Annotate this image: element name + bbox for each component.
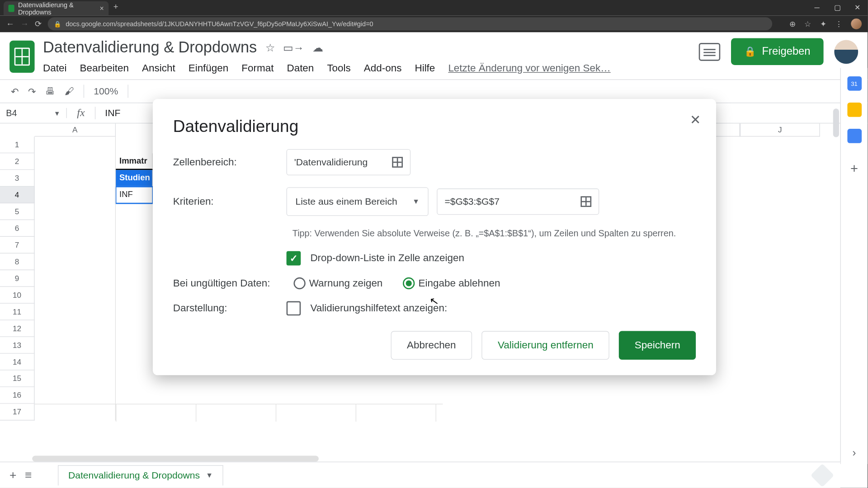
maximize-icon[interactable]: ▢: [827, 0, 848, 15]
row-header[interactable]: 15: [0, 371, 35, 387]
radio-reject-input[interactable]: [403, 277, 415, 289]
row-header[interactable]: 2: [0, 153, 35, 170]
data-validation-dialog: ✕ Datenvalidierung Zellenbereich: 'Daten…: [153, 99, 716, 375]
row-header[interactable]: 3: [0, 170, 35, 187]
move-icon[interactable]: ▭→: [283, 41, 304, 54]
comments-icon[interactable]: [699, 42, 721, 61]
remove-validation-button[interactable]: Validierung entfernen: [481, 331, 609, 360]
cell-b3[interactable]: Studien: [116, 170, 153, 187]
side-panel: + ›: [840, 68, 868, 464]
row-header[interactable]: 4: [0, 187, 35, 203]
name-box[interactable]: B4 ▼: [0, 108, 67, 118]
add-sheet-icon[interactable]: +: [9, 468, 16, 482]
column-a-cells[interactable]: [35, 136, 116, 420]
zoom-select[interactable]: 100%: [94, 86, 118, 97]
redo-icon[interactable]: ↷: [28, 85, 36, 97]
add-addon-icon[interactable]: +: [850, 161, 858, 176]
formula-input[interactable]: INF: [95, 108, 120, 118]
share-label: Freigeben: [762, 45, 811, 58]
all-sheets-icon[interactable]: ≡: [25, 468, 32, 482]
save-button[interactable]: Speichern: [619, 331, 696, 360]
row-header[interactable]: 11: [0, 304, 35, 320]
criteria-range-value: =$G$3:$G$7: [444, 196, 500, 207]
criteria-type-dropdown[interactable]: Liste aus einem Bereich ▼: [287, 187, 429, 216]
collapse-sidepanel-icon[interactable]: ›: [853, 447, 856, 460]
cell-b4[interactable]: INF: [116, 187, 153, 203]
sheet-tab-strip: + ≡ Datenvalidierung & Dropdowns ▼: [0, 462, 840, 488]
minimize-icon[interactable]: ─: [807, 0, 827, 15]
show-helptext-checkbox[interactable]: [287, 301, 301, 316]
explore-icon[interactable]: [811, 463, 834, 487]
share-button[interactable]: 🔒 Freigeben: [731, 38, 824, 65]
undo-icon[interactable]: ↶: [11, 85, 19, 97]
close-tab-icon[interactable]: ×: [99, 5, 104, 12]
profile-avatar-icon[interactable]: [851, 19, 862, 29]
column-header-a[interactable]: A: [35, 123, 116, 136]
reload-icon[interactable]: ⟳: [35, 19, 42, 28]
browser-tab-strip: Datenvalidierung & Dropdowns × + ─ ▢ ✕: [0, 0, 868, 15]
menu-view[interactable]: Ansicht: [142, 63, 175, 75]
select-range-icon[interactable]: [392, 157, 403, 168]
menu-format[interactable]: Format: [241, 63, 274, 75]
cancel-button[interactable]: Abbrechen: [391, 331, 472, 360]
row-header[interactable]: 7: [0, 237, 35, 253]
tasks-app-icon[interactable]: [847, 129, 862, 143]
cell-range-input[interactable]: 'Datenvalidierung: [287, 149, 411, 175]
row-header[interactable]: 1: [0, 136, 35, 153]
back-icon[interactable]: ←: [6, 19, 14, 28]
row-header[interactable]: 16: [0, 387, 35, 404]
horizontal-scrollbar[interactable]: [32, 455, 319, 461]
calendar-app-icon[interactable]: [847, 76, 862, 91]
account-avatar[interactable]: [834, 40, 858, 64]
cell-b2[interactable]: Immatr: [116, 153, 153, 170]
row-header[interactable]: 9: [0, 270, 35, 287]
menu-addons[interactable]: Add-ons: [364, 63, 402, 75]
menu-help[interactable]: Hilfe: [415, 63, 435, 75]
forward-icon[interactable]: →: [20, 19, 28, 28]
menu-insert[interactable]: Einfügen: [189, 63, 229, 75]
tab-title: Datenvalidierung & Dropdowns: [18, 1, 96, 16]
grid-lines: [35, 404, 443, 422]
lock-icon: 🔒: [744, 46, 756, 57]
paint-format-icon[interactable]: 🖌: [65, 86, 74, 97]
print-icon[interactable]: 🖶: [45, 86, 55, 97]
new-tab-button[interactable]: +: [113, 2, 118, 11]
row-header[interactable]: 12: [0, 320, 35, 337]
chevron-down-icon: ▼: [54, 109, 60, 117]
row-header[interactable]: 8: [0, 253, 35, 270]
close-dialog-icon[interactable]: ✕: [690, 112, 701, 127]
chevron-down-icon[interactable]: ▼: [206, 471, 213, 479]
address-bar[interactable]: 🔒 docs.google.com/spreadsheets/d/1JKUDAN…: [48, 17, 772, 30]
sheet-tab[interactable]: Datenvalidierung & Dropdowns ▼: [58, 465, 223, 485]
row-header[interactable]: 5: [0, 203, 35, 220]
radio-show-warning[interactable]: [293, 277, 305, 289]
row-header[interactable]: 14: [0, 354, 35, 371]
criteria-range-input[interactable]: =$G$3:$G$7: [437, 188, 599, 215]
zoom-icon[interactable]: ⊕: [789, 19, 796, 28]
bookmark-icon[interactable]: ☆: [804, 19, 811, 28]
cloud-status-icon[interactable]: ☁: [312, 41, 323, 54]
row-header[interactable]: 6: [0, 220, 35, 237]
last-edit-link[interactable]: Letzte Änderung vor wenigen Sek…: [448, 63, 610, 75]
chrome-menu-icon[interactable]: ⋮: [835, 19, 843, 28]
row-headers: 1 2 3 4 5 6 7 8 9 10 11 12 13 14 15 16 1…: [0, 136, 35, 420]
row-header[interactable]: 10: [0, 287, 35, 304]
browser-tab[interactable]: Datenvalidierung & Dropdowns ×: [4, 1, 108, 16]
menu-tools[interactable]: Tools: [327, 63, 350, 75]
close-window-icon[interactable]: ✕: [847, 0, 868, 15]
column-header-j[interactable]: J: [740, 123, 820, 136]
star-icon[interactable]: ☆: [265, 41, 275, 54]
menu-edit[interactable]: Bearbeiten: [80, 63, 129, 75]
show-dropdown-checkbox[interactable]: [287, 251, 301, 266]
vertical-scrollbar[interactable]: [833, 108, 839, 137]
extensions-icon[interactable]: ✦: [820, 19, 827, 28]
row-header[interactable]: 13: [0, 337, 35, 354]
sheet-tab-label: Datenvalidierung & Dropdowns: [68, 470, 200, 481]
menu-file[interactable]: Datei: [43, 63, 66, 75]
sheets-logo-icon[interactable]: [9, 41, 34, 73]
row-header[interactable]: 17: [0, 404, 35, 421]
keep-app-icon[interactable]: [847, 103, 862, 117]
document-title[interactable]: Datenvalidierung & Dropdowns: [43, 38, 257, 56]
menu-data[interactable]: Daten: [287, 63, 314, 75]
select-range-icon[interactable]: [580, 196, 591, 207]
